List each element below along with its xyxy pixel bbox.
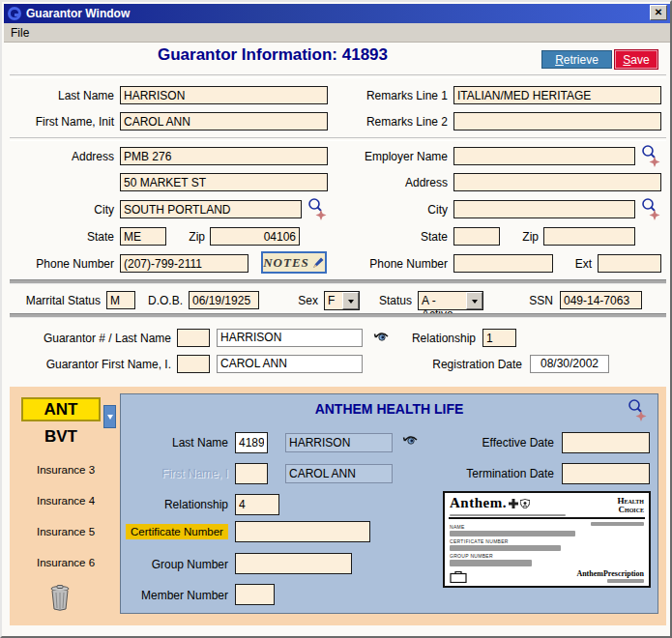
employer-city-label: City <box>336 203 448 217</box>
employer-name-field[interactable] <box>453 147 635 165</box>
relationship-field[interactable] <box>482 329 516 347</box>
menu-file[interactable]: File <box>4 25 36 41</box>
tab-insurance-4[interactable]: Insurance 4 <box>17 495 114 507</box>
remarks1-field[interactable] <box>453 86 661 104</box>
guarantor-number-field[interactable] <box>177 329 210 347</box>
group-number-label: Group Number <box>131 558 228 571</box>
employer-phone-field[interactable] <box>453 254 553 273</box>
card-cert-label: CERTIFICATE NUMBER <box>450 538 644 544</box>
city-field[interactable] <box>120 200 302 218</box>
dob-field[interactable] <box>189 291 259 309</box>
tab-insurance-6[interactable]: Insurance 6 <box>17 557 114 568</box>
chevron-down-icon[interactable] <box>342 292 359 309</box>
insurance-panel: ANT BVT Insurance 3 Insurance 4 Insuranc… <box>10 387 666 625</box>
effective-date-field[interactable] <box>562 432 650 453</box>
status-label: Status <box>369 294 412 307</box>
ins-relationship-label: Relationship <box>131 498 228 511</box>
save-button[interactable]: Save <box>615 50 657 69</box>
notes-button[interactable]: NOTES <box>261 251 327 274</box>
marital-status-label: Marrital Status <box>10 294 101 307</box>
page-title: Guarantor Information: 41893 <box>60 45 485 65</box>
guarantor-last-name-readonly: HARRISON <box>217 329 363 347</box>
first-name-field[interactable] <box>120 112 328 130</box>
app-icon <box>8 7 21 20</box>
member-number-field[interactable] <box>235 584 275 605</box>
ins-relationship-field[interactable] <box>235 494 279 515</box>
pencil-icon <box>310 255 325 270</box>
relationship-label: Relationship <box>400 332 476 345</box>
address2-field[interactable] <box>120 173 328 191</box>
tab-bvt[interactable]: BVT <box>21 427 101 447</box>
sex-dropdown[interactable]: F <box>324 291 360 310</box>
guarantor-first-num-field[interactable] <box>177 355 210 373</box>
employer-search-icon[interactable] <box>640 144 661 171</box>
tab-insurance-3[interactable]: Insurance 3 <box>17 464 114 476</box>
title-bar: Guarantor Window <box>4 4 670 23</box>
separator <box>10 74 666 78</box>
guarantor-number-label: Guarantor # / Last Name <box>10 332 171 345</box>
blue-cross-icon <box>509 499 518 508</box>
member-number-label: Member Number <box>131 589 228 602</box>
employer-zip-field[interactable] <box>543 227 635 246</box>
remarks2-field[interactable] <box>453 112 661 130</box>
card-rx-brand: AnthemPrescription <box>576 570 644 583</box>
close-button[interactable]: ✕ <box>650 5 667 20</box>
address1-field[interactable] <box>120 147 328 165</box>
ins-last-name-readonly: HARRISON <box>285 433 393 452</box>
card-product: Health Choice <box>618 495 644 514</box>
marital-status-field[interactable] <box>106 291 135 309</box>
ins-first-name-readonly: CAROL ANN <box>285 464 393 483</box>
separator <box>10 313 666 318</box>
ins-first-name-label: First Name, I <box>131 467 228 480</box>
guarantor-first-name-readonly: CAROL ANN <box>217 355 363 373</box>
trash-icon[interactable] <box>48 584 72 615</box>
last-name-field[interactable] <box>120 86 328 104</box>
last-name-label: Last Name <box>17 89 114 102</box>
termination-date-label: Termination Date <box>457 467 554 480</box>
remarks2-label: Remarks Line 2 <box>336 115 448 129</box>
insurer-title: ANTHEM HEALTH LIFE <box>121 401 657 417</box>
guarantor-first-name-label: Guarantor First Name, I. <box>10 358 171 371</box>
ssn-field[interactable] <box>560 291 642 309</box>
employer-address-field[interactable] <box>453 173 661 191</box>
insurer-search-icon[interactable] <box>627 398 648 425</box>
status-dropdown[interactable]: A - Active <box>418 291 483 310</box>
dob-label: D.O.B. <box>139 294 183 307</box>
insurer-detail-panel: ANTHEM HEALTH LIFE Last Name HARRISON Ef… <box>120 393 658 614</box>
eye-icon[interactable] <box>373 329 390 348</box>
certificate-number-field[interactable] <box>235 521 370 542</box>
chevron-down-icon[interactable] <box>466 292 482 309</box>
eye-icon[interactable] <box>402 432 419 451</box>
briefcase-icon <box>450 570 467 583</box>
ext-field[interactable] <box>598 254 661 273</box>
ins-last-code-field[interactable] <box>235 432 268 453</box>
zip-label: Zip <box>147 230 205 244</box>
ins-last-name-label: Last Name <box>131 436 228 450</box>
card-name-label: NAME <box>450 524 465 530</box>
tab-insurance-5[interactable]: Insurance 5 <box>17 526 114 537</box>
employer-phone-label: Phone Number <box>336 257 448 271</box>
termination-date-field[interactable] <box>562 463 650 484</box>
retrieve-button[interactable]: Retrieve <box>541 50 612 69</box>
registration-date-label: Registration Date <box>425 358 522 371</box>
sex-label: Sex <box>287 294 318 307</box>
ins-first-code-field[interactable] <box>235 463 268 484</box>
employer-state-label: State <box>336 230 448 244</box>
tab-dropdown-button[interactable] <box>103 405 116 428</box>
employer-city-search-icon[interactable] <box>640 197 661 224</box>
menu-bar: File <box>4 23 670 43</box>
tab-ant[interactable]: ANT <box>21 397 101 421</box>
separator <box>10 279 666 284</box>
phone-field[interactable] <box>120 254 248 273</box>
zip-field[interactable] <box>210 227 300 246</box>
insurance-card-image: Anthem. Health Choice NAME <box>443 491 651 588</box>
effective-date-label: Effective Date <box>457 436 554 450</box>
state-label: State <box>17 230 114 244</box>
employer-city-field[interactable] <box>453 200 635 218</box>
address-label: Address <box>17 150 114 163</box>
city-search-icon[interactable] <box>307 197 328 224</box>
ssn-label: SSN <box>519 294 553 307</box>
certificate-number-label: Certificate Number <box>126 524 228 539</box>
window-title: Guarantor Window <box>26 7 130 20</box>
group-number-field[interactable] <box>235 553 352 574</box>
